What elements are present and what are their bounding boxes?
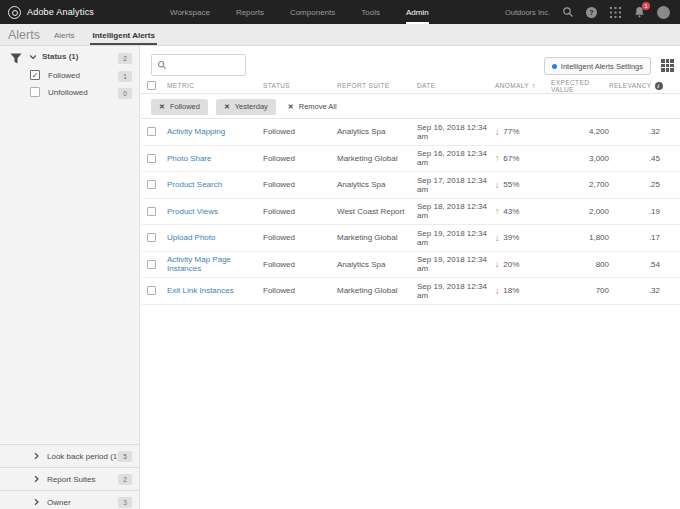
unfollowed-label: Unfollowed — [48, 88, 88, 97]
anomaly-cell: ↓39% — [495, 233, 551, 243]
metric-link[interactable]: Activity Mapping — [167, 127, 263, 136]
metric-link[interactable]: Activity Map Page Instances — [167, 255, 263, 273]
app-switcher-icon[interactable] — [609, 6, 622, 19]
anomaly-up-icon: ↑ — [495, 153, 499, 163]
search-icon[interactable] — [561, 6, 574, 19]
table-row[interactable]: Upload Photo Followed Marketing Global S… — [141, 225, 680, 252]
row-checkbox[interactable] — [147, 260, 156, 269]
header-metric[interactable]: METRIC — [167, 82, 263, 89]
select-all-checkbox[interactable] — [147, 81, 156, 90]
grid-view-toggle-icon[interactable] — [661, 59, 674, 72]
header-anomaly[interactable]: ANOMALY ↑ — [495, 82, 551, 89]
remove-all-filters[interactable]: ✕ Remove All — [288, 102, 337, 111]
row-checkbox[interactable] — [147, 127, 156, 136]
nav-item-admin[interactable]: Admin — [406, 0, 429, 24]
close-icon[interactable]: ✕ — [224, 103, 230, 111]
user-avatar[interactable] — [657, 6, 670, 19]
intelligent-alerts-settings-button[interactable]: Intelligent Alerts Settings — [544, 57, 651, 75]
chip-yesterday[interactable]: ✕ Yesterday — [216, 99, 276, 115]
anomaly-cell: ↓18% — [495, 286, 551, 296]
tab-intelligent-alerts[interactable]: Intelligent Alerts — [90, 31, 156, 45]
main-content: Intelligent Alerts Settings METRIC STATU… — [141, 46, 680, 509]
table-row[interactable]: Activity Mapping Followed Analytics Spa … — [141, 119, 680, 146]
nav-item-components[interactable]: Components — [290, 0, 335, 24]
nav-item-tools[interactable]: Tools — [361, 0, 380, 24]
row-checkbox[interactable] — [147, 233, 156, 242]
relevancy-cell: .54 — [609, 260, 680, 269]
date-cell: Sep 19, 2018 12:34 am — [417, 255, 495, 273]
expected-value-cell: 800 — [551, 260, 609, 269]
relevancy-cell: .25 — [609, 180, 680, 189]
question-glyph: ? — [586, 7, 597, 18]
row-checkbox[interactable] — [147, 180, 156, 189]
row-checkbox[interactable] — [147, 286, 156, 295]
org-switcher[interactable]: Outdoors Inc. — [505, 8, 550, 17]
notifications-bell-icon[interactable]: 1 — [633, 6, 646, 19]
relevancy-cell: .32 — [609, 127, 680, 136]
accordion-owner[interactable]: Owner 3 — [0, 490, 139, 509]
page-title: Alerts — [0, 28, 52, 45]
date-cell: Sep 19, 2018 12:34 am — [417, 282, 495, 300]
table-row[interactable]: Exit Link Instances Followed Marketing G… — [141, 278, 680, 305]
header-date[interactable]: DATE — [417, 82, 495, 89]
metric-link[interactable]: Product Views — [167, 207, 263, 216]
filter-funnel-icon — [10, 53, 22, 64]
status-cell: Followed — [263, 207, 337, 216]
top-nav-bar: Adobe Analytics Workspace Reports Compon… — [0, 0, 680, 24]
chip-label: Yesterday — [235, 102, 268, 111]
report-suite-cell: Marketing Global — [337, 233, 417, 242]
status-cell: Followed — [263, 286, 337, 295]
relevancy-cell: .45 — [609, 154, 680, 163]
alerts-table: Activity Mapping Followed Analytics Spa … — [141, 119, 680, 305]
nav-item-reports[interactable]: Reports — [236, 0, 264, 24]
anomaly-cell: ↓55% — [495, 180, 551, 190]
active-filters-bar: ✕ Followed ✕ Yesterday ✕ Remove All — [141, 95, 680, 119]
settings-button-label: Intelligent Alerts Settings — [561, 62, 643, 71]
table-row[interactable]: Product Search Followed Analytics Spa Se… — [141, 172, 680, 199]
status-cell: Followed — [263, 154, 337, 163]
close-icon[interactable]: ✕ — [159, 103, 165, 111]
help-icon[interactable]: ? — [585, 6, 598, 19]
unfollowed-checkbox[interactable] — [30, 87, 40, 97]
nav-item-workspace[interactable]: Workspace — [170, 0, 210, 24]
page-header: Alerts Alerts Intelligent Alerts — [0, 24, 680, 46]
close-icon: ✕ — [288, 103, 294, 111]
report-suite-cell: Analytics Spa — [337, 180, 417, 189]
metric-link[interactable]: Exit Link Instances — [167, 286, 263, 295]
search-box[interactable] — [151, 54, 246, 76]
search-input[interactable] — [171, 61, 237, 70]
row-checkbox[interactable] — [147, 207, 156, 216]
tab-alerts[interactable]: Alerts — [52, 31, 76, 45]
search-icon — [157, 60, 167, 70]
anomaly-up-icon: ↑ — [495, 206, 499, 216]
chip-followed[interactable]: ✕ Followed — [151, 99, 208, 115]
header-status[interactable]: STATUS — [263, 82, 337, 89]
metric-link[interactable]: Photo Share — [167, 154, 263, 163]
report-suite-cell: Analytics Spa — [337, 260, 417, 269]
table-row[interactable]: Photo Share Followed Marketing Global Se… — [141, 146, 680, 173]
brand[interactable]: Adobe Analytics — [0, 6, 130, 19]
row-checkbox[interactable] — [147, 154, 156, 163]
filter-group-status[interactable]: Status (1) — [29, 52, 78, 61]
followed-checkbox[interactable]: ✓ — [30, 70, 40, 80]
header-report-suite[interactable]: REPORT SUITE — [337, 82, 417, 89]
metric-link[interactable]: Product Search — [167, 180, 263, 189]
filter-option-unfollowed[interactable]: Unfollowed — [30, 87, 88, 97]
header-relevancy[interactable]: RELEVANCY i — [609, 82, 680, 90]
header-expected-value[interactable]: EXPECTED VALUE — [551, 79, 609, 93]
relevancy-cell: .19 — [609, 207, 680, 216]
table-row[interactable]: Activity Map Page Instances Followed Ana… — [141, 252, 680, 279]
table-row[interactable]: Product Views Followed West Coast Report… — [141, 199, 680, 226]
unfollowed-count-badge: 0 — [118, 88, 132, 99]
followed-count-badge: 1 — [118, 71, 132, 82]
status-cell: Followed — [263, 260, 337, 269]
anomaly-cell: ↓77% — [495, 127, 551, 137]
date-cell: Sep 16, 2018 12:34 am — [417, 149, 495, 167]
metric-link[interactable]: Upload Photo — [167, 233, 263, 242]
owner-count-badge: 3 — [118, 497, 132, 508]
accordion-report-suites[interactable]: Report Suites 2 — [0, 467, 139, 490]
accordion-look-back-period[interactable]: Look back period (1) 5 — [0, 444, 139, 467]
status-cell: Followed — [263, 233, 337, 242]
filter-option-followed[interactable]: ✓ Followed — [30, 70, 80, 80]
report-suite-cell: West Coast Report — [337, 207, 417, 216]
